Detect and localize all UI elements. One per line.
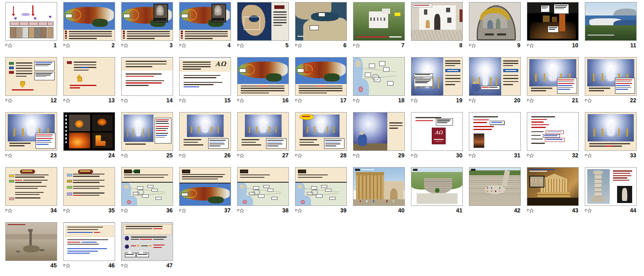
- slide-thumbnail-32[interactable]: [527, 112, 579, 151]
- slide-thumbnail-47[interactable]: [121, 222, 173, 261]
- animation-indicator-icon[interactable]: [527, 98, 534, 104]
- animation-indicator-icon[interactable]: [179, 208, 187, 214]
- slide-thumbnail-29[interactable]: [353, 112, 405, 151]
- slide-thumbnail-20[interactable]: [469, 57, 521, 96]
- slide-thumbnail-46[interactable]: [63, 222, 115, 261]
- slide-thumbnail-36[interactable]: [121, 167, 173, 206]
- animation-indicator-icon[interactable]: [121, 43, 129, 49]
- animation-indicator-icon[interactable]: [121, 208, 129, 214]
- animation-indicator-icon[interactable]: [63, 98, 71, 104]
- animation-indicator-icon[interactable]: [5, 208, 13, 214]
- slide-thumbnail-1[interactable]: [5, 2, 57, 41]
- art-layer: [325, 146, 337, 146]
- animation-indicator-icon[interactable]: [237, 43, 244, 49]
- slide-thumbnail-11[interactable]: [585, 2, 637, 41]
- slide-thumbnail-4[interactable]: [179, 2, 231, 41]
- art-layer: [64, 223, 115, 223]
- slide-thumbnail-14[interactable]: [121, 57, 173, 96]
- slide-thumbnail-5[interactable]: [237, 2, 289, 41]
- art-layer: [446, 8, 450, 12]
- slide-thumbnail-35[interactable]: [63, 167, 115, 206]
- animation-indicator-icon[interactable]: [353, 153, 360, 159]
- slide-thumbnail-30[interactable]: ΑΩ: [411, 112, 463, 151]
- art-layer: [263, 185, 270, 188]
- slide-thumbnail-3[interactable]: [121, 2, 173, 41]
- animation-indicator-icon[interactable]: [585, 153, 592, 159]
- animation-indicator-icon[interactable]: [527, 208, 534, 214]
- slide-thumbnail-27[interactable]: [237, 112, 289, 151]
- art-layer: [127, 35, 170, 37]
- animation-indicator-icon[interactable]: [179, 153, 187, 159]
- art-layer: [258, 194, 264, 198]
- animation-indicator-icon[interactable]: [527, 153, 534, 159]
- animation-indicator-icon[interactable]: [411, 153, 418, 159]
- animation-indicator-icon[interactable]: [469, 153, 476, 159]
- slide-thumbnail-8[interactable]: [411, 2, 463, 41]
- animation-indicator-icon[interactable]: [353, 43, 360, 49]
- animation-indicator-icon[interactable]: [469, 98, 476, 104]
- slide-thumbnail-25[interactable]: [121, 112, 173, 151]
- slide-thumbnail-18[interactable]: [353, 57, 405, 96]
- slide-meta: 37: [179, 207, 231, 216]
- slide-thumbnail-16[interactable]: [237, 57, 289, 96]
- animation-indicator-icon[interactable]: [63, 43, 71, 49]
- slide-thumbnail-33[interactable]: [585, 112, 637, 151]
- slide-thumbnail-15[interactable]: ΑΩ: [179, 57, 231, 96]
- slide-thumbnail-6[interactable]: [295, 2, 347, 41]
- slide-thumbnail-45[interactable]: [5, 222, 57, 261]
- art-layer: [325, 189, 332, 192]
- animation-indicator-icon[interactable]: [237, 208, 244, 214]
- animation-indicator-icon[interactable]: [237, 153, 244, 159]
- slide-thumbnail-23[interactable]: [5, 112, 57, 151]
- slide-thumbnail-17[interactable]: [295, 57, 347, 96]
- animation-indicator-icon[interactable]: [179, 43, 187, 49]
- animation-indicator-icon[interactable]: [237, 98, 244, 104]
- slide-thumbnail-39[interactable]: [295, 167, 347, 206]
- animation-indicator-icon[interactable]: [121, 153, 129, 159]
- slide-thumbnail-34[interactable]: [5, 167, 57, 206]
- slide-thumbnail-26[interactable]: [179, 112, 231, 151]
- animation-indicator-icon[interactable]: [5, 153, 13, 159]
- slide-thumbnail-12[interactable]: [5, 57, 57, 96]
- slide-thumbnail-7[interactable]: [353, 2, 405, 41]
- slide-thumbnail-2[interactable]: [63, 2, 115, 41]
- slide-thumbnail-21[interactable]: [527, 57, 579, 96]
- animation-indicator-icon[interactable]: [121, 263, 129, 269]
- animation-indicator-icon[interactable]: [295, 208, 302, 214]
- animation-indicator-icon[interactable]: [527, 43, 534, 49]
- animation-indicator-icon[interactable]: [63, 263, 71, 269]
- slide-thumbnail-28[interactable]: [295, 112, 347, 151]
- art-layer: [22, 128, 24, 137]
- slide-thumbnail-24[interactable]: [63, 112, 115, 151]
- slide-thumbnail-37[interactable]: [179, 167, 231, 206]
- slide-thumbnail-41[interactable]: [411, 167, 463, 206]
- animation-indicator-icon[interactable]: [63, 208, 71, 214]
- art-layer: [156, 133, 168, 134]
- art-layer: [125, 236, 129, 240]
- animation-indicator-icon[interactable]: [121, 98, 129, 104]
- slide-thumbnail-42[interactable]: [469, 167, 521, 206]
- art-layer: [531, 131, 544, 132]
- animation-indicator-icon[interactable]: [179, 98, 187, 104]
- animation-indicator-icon[interactable]: [469, 43, 476, 49]
- art-layer: [555, 7, 566, 7]
- slide-thumbnail-9[interactable]: [469, 2, 521, 41]
- slide-thumbnail-38[interactable]: [237, 167, 289, 206]
- slide-thumbnail-40[interactable]: [353, 167, 405, 206]
- animation-indicator-icon[interactable]: [295, 98, 302, 104]
- slide-thumbnail-13[interactable]: [63, 57, 115, 96]
- animation-indicator-icon[interactable]: [5, 98, 13, 104]
- animation-indicator-icon[interactable]: [5, 43, 13, 49]
- animation-indicator-icon[interactable]: [295, 43, 302, 49]
- animation-indicator-icon[interactable]: [585, 98, 592, 104]
- slide-thumbnail-22[interactable]: [585, 57, 637, 96]
- slide-thumbnail-19[interactable]: [411, 57, 463, 96]
- animation-indicator-icon[interactable]: [411, 98, 418, 104]
- slide-thumbnail-31[interactable]: [469, 112, 521, 151]
- animation-indicator-icon[interactable]: [353, 98, 360, 104]
- slide-thumbnail-44[interactable]: [585, 167, 637, 206]
- animation-indicator-icon[interactable]: [585, 208, 592, 214]
- slide-thumbnail-43[interactable]: [527, 167, 579, 206]
- animation-indicator-icon[interactable]: [295, 153, 302, 159]
- slide-thumbnail-10[interactable]: [527, 2, 579, 41]
